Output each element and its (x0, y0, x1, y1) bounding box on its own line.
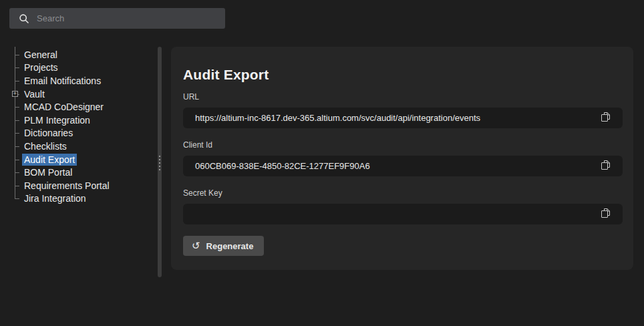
sidebar-item-email-notifications[interactable]: Email Notifications (15, 74, 152, 88)
secret-key-input[interactable] (194, 208, 597, 220)
search-icon (19, 13, 29, 24)
sidebar-item-requirements-portal[interactable]: Requirements Portal (15, 179, 152, 192)
page-title: Audit Export (183, 67, 623, 83)
sidebar-splitter[interactable] (158, 47, 162, 277)
sidebar-item-label: BOM Portal (22, 166, 74, 178)
client-id-input[interactable] (194, 160, 597, 172)
sidebar-item-plm-integration[interactable]: PLM Integration (15, 114, 152, 127)
sidebar-item-label: Requirements Portal (22, 180, 112, 192)
client-id-label: Client Id (183, 140, 623, 150)
sidebar-item-label: PLM Integration (22, 114, 92, 126)
secret-key-label: Secret Key (183, 188, 623, 198)
url-field-row (183, 108, 623, 128)
sidebar-item-general[interactable]: General (15, 48, 152, 61)
expand-plus-icon[interactable]: + (12, 91, 18, 97)
copy-icon (601, 160, 611, 172)
sidebar-item-vault[interactable]: Vault (15, 88, 152, 101)
copy-url-button[interactable] (597, 110, 614, 127)
sidebar-item-audit-export[interactable]: Audit Export (15, 153, 152, 166)
sidebar-item-label: Projects (22, 61, 60, 73)
audit-export-panel: Audit Export URL Client Id (171, 47, 633, 270)
sidebar-item-mcad-codesigner[interactable]: MCAD CoDesigner (15, 100, 152, 114)
url-input[interactable] (194, 112, 597, 124)
regenerate-icon: ↺ (192, 240, 200, 251)
settings-tree: + General Projects Email Notifications V… (15, 48, 152, 205)
sidebar-item-label: Checklists (22, 140, 69, 152)
sidebar-item-label: Vault (22, 88, 47, 100)
sidebar-item-dictionaries[interactable]: Dictionaries (15, 127, 152, 140)
client-id-field-row (183, 156, 623, 176)
regenerate-button[interactable]: ↺ Regenerate (183, 236, 264, 256)
sidebar-item-bom-portal[interactable]: BOM Portal (15, 166, 152, 179)
secret-key-field-row (183, 204, 623, 224)
url-label: URL (183, 92, 623, 102)
splitter-grip-icon (159, 156, 160, 170)
sidebar-item-label: Audit Export (22, 154, 77, 166)
regenerate-button-label: Regenerate (206, 241, 254, 251)
sidebar-item-label: Jira Integration (22, 192, 88, 204)
search-input[interactable] (35, 13, 218, 24)
copy-client-id-button[interactable] (597, 158, 614, 175)
sidebar-item-projects[interactable]: Projects (15, 61, 152, 75)
copy-icon (601, 208, 611, 220)
sidebar-item-label: Email Notifications (22, 75, 103, 87)
sidebar-item-checklists[interactable]: Checklists (15, 140, 152, 153)
copy-icon (601, 112, 611, 124)
sidebar-item-jira-integration[interactable]: Jira Integration (15, 192, 152, 206)
copy-secret-key-button[interactable] (597, 206, 614, 223)
search-bar[interactable] (9, 8, 225, 29)
sidebar-item-label: Dictionaries (22, 127, 75, 139)
sidebar-item-label: MCAD CoDesigner (22, 101, 106, 113)
sidebar-item-label: General (22, 49, 59, 61)
